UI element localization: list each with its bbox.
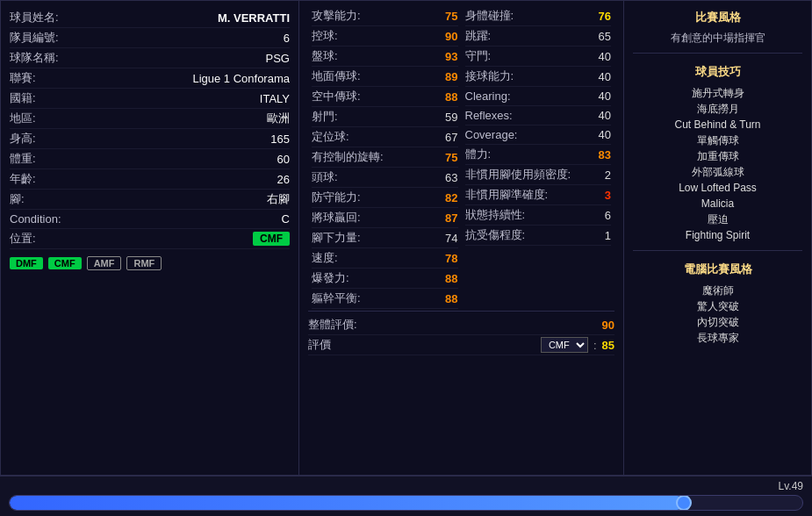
overall-value: 90 bbox=[602, 319, 614, 332]
skill-item: 壓迫 bbox=[633, 211, 802, 227]
mid-stat-row: 防守能力:82 bbox=[312, 188, 458, 208]
position-row: 位置: CMF bbox=[10, 229, 290, 249]
skill-item: 施丹式轉身 bbox=[633, 85, 802, 101]
mid-stat-label: 射門: bbox=[312, 109, 338, 125]
region-row: 地區: 歐洲 bbox=[10, 109, 290, 129]
mid-stat-row: Coverage:40 bbox=[465, 125, 612, 145]
overall-label: 整體評價: bbox=[308, 317, 357, 333]
skill-item: Malicia bbox=[633, 196, 802, 211]
mid-panel: 攻擊能力:75控球:90盤球:93地面傳球:89空中傳球:88射門:59定位球:… bbox=[299, 1, 624, 475]
mid-stat-row: 跳躍:65 bbox=[465, 26, 612, 47]
condition-value: C bbox=[282, 212, 290, 226]
foot-label: 腳: bbox=[10, 191, 71, 207]
mid-stat-row: 非慣用腳準確度:3 bbox=[465, 185, 612, 205]
skills-list: 施丹式轉身海底撈月Cut Behind & Turn單觸傳球加重傳球外部弧線球L… bbox=[633, 85, 802, 243]
mid-stat-label: 頭球: bbox=[312, 169, 338, 185]
mid-stat-row: 非慣用腳使用頻密度:2 bbox=[465, 165, 612, 185]
foot-row: 腳: 右腳 bbox=[10, 190, 290, 210]
mid-stat-value: 83 bbox=[599, 148, 611, 161]
weight-row: 體重: 60 bbox=[10, 149, 290, 169]
computer-style-item: 長球專家 bbox=[633, 330, 802, 346]
id-label: 隊員編號: bbox=[10, 30, 71, 46]
skills-title: 球員技巧 bbox=[633, 64, 802, 80]
progress-fill bbox=[10, 496, 684, 510]
mid-stat-value: 40 bbox=[599, 109, 611, 122]
mid-stat-value: 75 bbox=[445, 10, 457, 23]
progress-thumb[interactable] bbox=[676, 495, 692, 511]
computer-styles-list: 魔術師驚人突破內切突破長球專家 bbox=[633, 283, 802, 346]
age-value: 26 bbox=[277, 173, 290, 186]
style-sub: 有創意的中場指揮官 bbox=[633, 31, 802, 46]
mid-stat-row: 控球:90 bbox=[312, 26, 458, 47]
mid-stat-value: 67 bbox=[445, 131, 457, 144]
league-label: 聯賽: bbox=[10, 70, 71, 86]
position-label: 位置: bbox=[10, 231, 71, 247]
mid-stat-label: 防守能力: bbox=[312, 190, 361, 205]
mid-stat-row: 軀幹平衡:88 bbox=[312, 289, 458, 309]
mid-stat-value: 40 bbox=[599, 50, 611, 63]
computer-title: 電腦比賽風格 bbox=[633, 262, 802, 277]
mid-stat-value: 40 bbox=[599, 70, 611, 83]
skill-item: 外部弧線球 bbox=[633, 164, 802, 180]
pos-rmf[interactable]: RMF bbox=[126, 256, 162, 270]
name-label: 球員姓名: bbox=[10, 10, 71, 25]
mid-col-left: 攻擊能力:75控球:90盤球:93地面傳球:89空中傳球:88射門:59定位球:… bbox=[308, 6, 462, 309]
league-value: Ligue 1 Conforama bbox=[192, 72, 290, 85]
lv-text: Lv.49 bbox=[779, 480, 803, 492]
mid-stat-value: 40 bbox=[599, 128, 611, 141]
mid-stat-label: 盤球: bbox=[312, 48, 338, 64]
mid-stat-value: 78 bbox=[445, 252, 457, 265]
mid-stat-label: 空中傳球: bbox=[312, 89, 361, 104]
pos-amf[interactable]: AMF bbox=[87, 256, 122, 270]
mid-stat-label: 接球能力: bbox=[465, 68, 514, 84]
team-value: PSG bbox=[266, 52, 290, 65]
mid-stat-label: 體力: bbox=[465, 147, 492, 162]
skill-item: 海底撈月 bbox=[633, 101, 802, 117]
nationality-row: 國籍: ITALY bbox=[10, 89, 290, 109]
age-label: 年齡: bbox=[10, 171, 71, 187]
mid-stat-label: 非慣用腳準確度: bbox=[465, 187, 549, 203]
main-container: 球員姓名: M. VERRATTI 隊員編號: 6 球隊名稱: PSG 聯賽: … bbox=[0, 0, 812, 516]
mid-stat-label: 有控制的旋轉: bbox=[312, 149, 384, 165]
mid-stat-row: Clearing:40 bbox=[465, 87, 612, 106]
mid-stat-value: 2 bbox=[605, 168, 611, 182]
foot-value: 右腳 bbox=[267, 191, 290, 207]
mid-stat-row: 爆發力:88 bbox=[312, 269, 458, 289]
mid-stat-value: 93 bbox=[445, 50, 457, 63]
pos-cmf[interactable]: CMF bbox=[48, 257, 82, 269]
mid-stat-row: 將球贏回:87 bbox=[312, 208, 458, 228]
mid-stat-label: 速度: bbox=[312, 250, 338, 266]
mid-stat-value: 88 bbox=[445, 90, 457, 104]
mid-stat-row: 腳下力量:74 bbox=[312, 228, 458, 248]
lv-row: Lv.49 bbox=[9, 480, 803, 492]
height-value: 165 bbox=[270, 133, 290, 146]
mid-stat-label: 爆發力: bbox=[312, 270, 349, 286]
skill-item: 單觸傳球 bbox=[633, 133, 802, 148]
pos-dmf[interactable]: DMF bbox=[10, 257, 43, 269]
mid-stat-value: 3 bbox=[605, 189, 611, 202]
mid-stat-label: 腳下力量: bbox=[312, 230, 361, 246]
mid-stat-label: 定位球: bbox=[312, 129, 349, 145]
mid-stat-value: 6 bbox=[605, 209, 611, 222]
content-area: 球員姓名: M. VERRATTI 隊員編號: 6 球隊名稱: PSG 聯賽: … bbox=[0, 0, 812, 476]
mid-stat-row: 體力:83 bbox=[465, 145, 612, 165]
mid-stats-grid: 攻擊能力:75控球:90盤球:93地面傳球:89空中傳球:88射門:59定位球:… bbox=[308, 6, 614, 309]
player-name-row: 球員姓名: M. VERRATTI bbox=[10, 8, 290, 28]
weight-value: 60 bbox=[277, 153, 290, 166]
mid-stat-row: 身體碰撞:76 bbox=[465, 6, 612, 26]
mid-stat-row: 頭球:63 bbox=[312, 168, 458, 188]
eval-select[interactable]: CMF bbox=[541, 337, 588, 353]
bottom-bar: Lv.49 bbox=[0, 476, 812, 516]
mid-stat-label: 身體碰撞: bbox=[465, 8, 514, 24]
team-row: 球隊名稱: PSG bbox=[10, 48, 290, 68]
age-row: 年齡: 26 bbox=[10, 169, 290, 190]
region-label: 地區: bbox=[10, 111, 71, 126]
mid-stat-value: 88 bbox=[445, 292, 457, 305]
skill-item: Fighting Spirit bbox=[633, 227, 802, 243]
mid-stat-value: 82 bbox=[445, 191, 457, 204]
mid-stat-row: 空中傳球:88 bbox=[312, 87, 458, 107]
mid-stat-row: 盤球:93 bbox=[312, 47, 458, 67]
mid-stat-value: 65 bbox=[599, 30, 611, 43]
computer-style-item: 驚人突破 bbox=[633, 298, 802, 314]
progress-track bbox=[9, 495, 803, 511]
